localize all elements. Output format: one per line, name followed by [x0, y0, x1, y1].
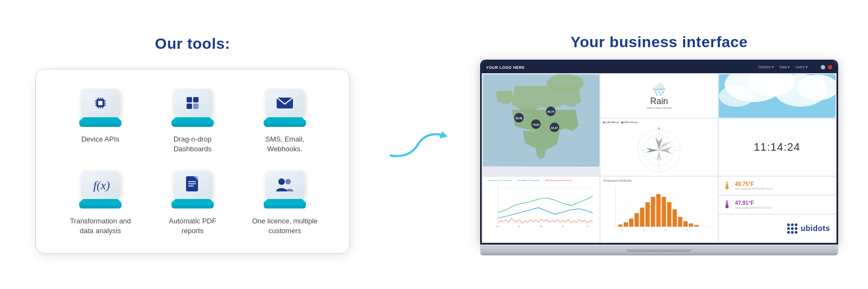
dashboard-logo: YOUR LOGO HERE — [486, 66, 525, 69]
svg-rect-71 — [656, 194, 661, 227]
icon-top-layer — [81, 89, 120, 117]
nav-icon-help[interactable] — [821, 65, 825, 69]
bar-chart-svg: 40 50 60 70 — [603, 183, 715, 235]
svg-rect-70 — [651, 197, 655, 227]
tool-label-dashboards: Drag-n-drop Dashboards — [174, 134, 212, 154]
nav-link-devices[interactable]: Devices ▾ — [758, 65, 774, 69]
laptop-base — [480, 245, 838, 252]
tool-device-apis: Device APIs — [60, 89, 141, 154]
icon-top-layer — [173, 171, 212, 199]
gauge-1-label: Last updated 05/04/2022 10:10 — [735, 187, 832, 190]
clock-time: 11:14:24 — [754, 141, 800, 153]
device-apis-icon-wrapper — [76, 89, 125, 127]
svg-rect-76 — [684, 221, 688, 227]
svg-rect-78 — [694, 225, 699, 227]
svg-rect-73 — [667, 202, 672, 227]
grid-icon — [183, 94, 202, 112]
svg-text:Jul: Jul — [586, 226, 589, 228]
tools-grid: Device APIs — [60, 89, 326, 236]
svg-rect-75 — [678, 217, 682, 227]
dashboard-nav-icons — [821, 65, 832, 69]
wind-dot-2 — [621, 121, 623, 124]
svg-rect-15 — [193, 97, 199, 102]
svg-rect-72 — [662, 197, 666, 227]
laptop-mockup: YOUR LOGO HERE Devices ▾ Data ▾ Users ▾ — [480, 60, 838, 255]
right-top-area: 11:14:24 — [719, 74, 835, 176]
icon-top-layer — [265, 171, 304, 199]
arrow-section — [382, 129, 453, 161]
svg-text:70: 70 — [686, 229, 688, 232]
svg-rect-74 — [673, 209, 677, 227]
icon-bottom-teal — [79, 199, 122, 209]
svg-rect-1 — [98, 101, 103, 105]
transformation-icon-wrapper: f(x) — [76, 171, 125, 209]
tool-label-licence: One licence, multiple customers — [252, 216, 318, 236]
laptop-inner: YOUR LOGO HERE Devices ▾ Data ▾ Users ▾ — [482, 61, 837, 243]
nav-icon-user[interactable] — [828, 65, 832, 69]
svg-text:60.74: 60.74 — [547, 111, 554, 113]
nav-link-data[interactable]: Data ▾ — [780, 65, 790, 69]
document-icon — [184, 175, 201, 195]
laptop-stand — [480, 252, 838, 255]
tool-sms-email: SMS, Email, Webhooks. — [244, 89, 326, 154]
tool-label-pdf: Automatic PDF reports — [169, 216, 216, 236]
gauge-1-info: 49.75°F Last updated 05/04/2022 10:10 — [735, 181, 832, 190]
gauge-2-info: 47.91°F Last updated 05/04/2022 10:10 — [735, 200, 832, 209]
weather-content: 🌧️ Rain with a few clouds — [647, 82, 672, 110]
svg-text:Jun: Jun — [561, 226, 564, 228]
svg-rect-67 — [635, 213, 639, 227]
temp-gauge-2: 🌡 47.91°F Last updated 05/04/2022 10:10 — [719, 196, 835, 214]
wind-rose-svg: N — [603, 125, 715, 174]
svg-text:Mar: Mar — [496, 226, 499, 228]
main-container: Our tools: — [0, 0, 868, 289]
svg-rect-65 — [624, 222, 628, 227]
wind-legend: 0.00-0.90 m/s 1250-2.50 m/s — [603, 121, 715, 124]
tool-dashboards: Drag-n-drop Dashboards — [152, 89, 233, 154]
tool-label-transformation: Transformation and data analysis — [70, 216, 131, 236]
weather-condition: Rain — [650, 97, 668, 106]
icon-bottom-teal — [264, 117, 306, 127]
svg-text:60.06: 60.06 — [515, 117, 522, 120]
svg-text:60: 60 — [665, 229, 667, 232]
bar-chart-title: Temperature distribution — [603, 179, 715, 182]
icon-bottom-teal — [171, 199, 214, 209]
temp-gauge-1: 🌡 49.75°F Last updated 05/04/2022 10:10 — [719, 177, 835, 195]
tool-label-device-apis: Device APIs — [81, 134, 119, 144]
left-section: Our tools: — [3, 35, 382, 254]
weather-icon: 🌧️ — [652, 82, 666, 97]
thermometer-2-icon: 🌡 — [722, 198, 733, 211]
tools-grid-container: Device APIs — [35, 69, 350, 254]
svg-text:May: May — [540, 226, 543, 228]
laptop-screen: YOUR LOGO HERE Devices ▾ Data ▾ Users ▾ — [480, 60, 838, 245]
wind-legend-item-1: 0.00-0.90 m/s — [603, 121, 618, 124]
right-bottom-widgets: 🌡 49.75°F Last updated 05/04/2022 10:10 … — [719, 177, 835, 242]
dashboard-main-area: 60.06 60.74 79.00 84.37 — [482, 73, 837, 177]
svg-rect-68 — [640, 208, 644, 227]
gauge-2-temp: 47.91°F — [735, 200, 832, 206]
icon-bottom-teal — [264, 199, 306, 209]
wind-rose-widget: 0.00-0.90 m/s 1250-2.50 m/s — [601, 119, 717, 176]
map-svg: 60.06 60.74 79.00 84.37 — [483, 74, 599, 166]
chart-legend: — Temperature (°C/Scatter) — Humidity (%… — [485, 179, 597, 182]
dashboard-bottom-row: — Temperature (°C/Scatter) — Humidity (%… — [482, 177, 837, 243]
svg-text:50: 50 — [643, 229, 645, 232]
svg-rect-16 — [187, 104, 192, 109]
chip-icon — [91, 93, 110, 113]
gauge-2-label: Last updated 05/04/2022 10:10 — [735, 206, 832, 209]
svg-rect-64 — [618, 224, 623, 227]
weather-widget: 🌧️ Rain with a few clouds — [601, 74, 717, 118]
arrow-icon — [388, 129, 448, 161]
dashboard-navbar: YOUR LOGO HERE Devices ▾ Data ▾ Users ▾ — [482, 61, 837, 73]
our-tools-title: Our tools: — [155, 35, 231, 53]
nav-link-users[interactable]: Users ▾ — [795, 65, 808, 69]
right-section: Your business interface YOUR LOGO HERE D… — [453, 34, 865, 255]
sky-clouds — [719, 74, 835, 118]
wind-legend-item-2: 1250-2.50 m/s — [621, 121, 638, 124]
envelope-icon — [275, 95, 295, 111]
icon-top-layer: f(x) — [81, 171, 120, 199]
ubidots-logo-widget: ubidots — [719, 215, 835, 242]
sms-icon-wrapper — [260, 89, 309, 127]
svg-rect-77 — [689, 223, 693, 227]
icon-bottom-teal — [171, 117, 214, 127]
svg-text:40: 40 — [621, 229, 623, 232]
